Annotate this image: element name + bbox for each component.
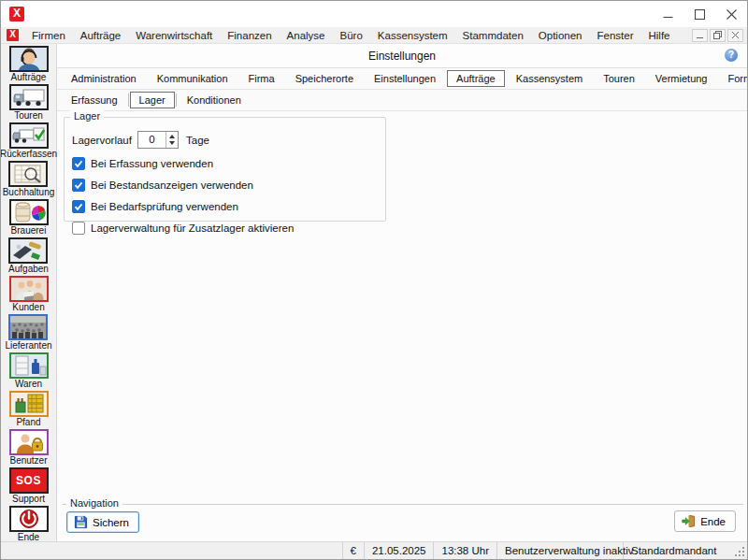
tab-vermietung[interactable]: Vermietung bbox=[646, 70, 717, 87]
tab-separator bbox=[128, 93, 129, 107]
window-minimize-button[interactable] bbox=[652, 3, 683, 25]
tab-administration[interactable]: Administration bbox=[62, 70, 146, 87]
statusbar-mandant: Standardmandant bbox=[624, 542, 734, 559]
menu-finanzen[interactable]: Finanzen bbox=[220, 27, 279, 44]
save-button-label: Sichern bbox=[93, 517, 129, 528]
sidebar-item-pfand[interactable]: Pfand bbox=[9, 391, 49, 428]
menu-auftraege[interactable]: Aufträge bbox=[73, 27, 128, 44]
window-maximize-button[interactable] bbox=[683, 3, 715, 25]
statusbar-empty-panel bbox=[1, 542, 343, 559]
tab-kassensystem[interactable]: Kassensystem bbox=[507, 70, 593, 87]
checkbox-bei-bedarfspruefung[interactable]: Bei Bedarfsprüfung verwenden bbox=[72, 200, 385, 213]
tab-auftraege[interactable]: Aufträge bbox=[447, 70, 505, 87]
title-bar: X bbox=[1, 1, 747, 27]
checkbox-bei-bestandsanzeigen[interactable]: Bei Bestandsanzeigen verwenden bbox=[72, 179, 385, 192]
checkbox-icon bbox=[72, 200, 85, 213]
tab-lager[interactable]: Lager bbox=[130, 92, 175, 108]
mdi-child-icon[interactable]: X bbox=[7, 29, 19, 41]
tools-icon bbox=[10, 239, 46, 262]
sidebar-item-benutzer[interactable]: Benutzer bbox=[9, 429, 49, 467]
window-close-button[interactable] bbox=[715, 3, 747, 25]
menu-optionen[interactable]: Optionen bbox=[531, 27, 590, 44]
sidebar-item-brauerei[interactable]: Brauerei bbox=[9, 199, 49, 237]
lagervorlauf-value[interactable]: 0 bbox=[138, 132, 165, 148]
sidebar-item-auftraege[interactable]: Aufträge bbox=[9, 46, 49, 83]
tab-erfassung[interactable]: Erfassung bbox=[62, 92, 127, 108]
tab-formulare[interactable]: Formulare bbox=[719, 70, 748, 87]
tab-firma[interactable]: Firma bbox=[239, 70, 284, 87]
tab-konditionen[interactable]: Konditionen bbox=[178, 92, 251, 108]
sidebar-item-lieferanten[interactable]: Lieferanten bbox=[5, 314, 51, 352]
mdi-restore-icon bbox=[713, 31, 722, 39]
sidebar: Aufträge Touren bbox=[1, 44, 57, 541]
sidebar-item-rueckerfassen[interactable]: Rückerfassen bbox=[0, 122, 57, 160]
sidebar-item-waren[interactable]: Waren bbox=[9, 352, 49, 390]
tab-einstellungen[interactable]: Einstellungen bbox=[365, 70, 445, 87]
sidebar-item-kunden[interactable]: Kunden bbox=[9, 276, 49, 313]
truck-icon bbox=[11, 86, 47, 108]
sidebar-item-aufgaben[interactable]: Aufgaben bbox=[8, 237, 49, 275]
save-button[interactable]: Sichern bbox=[66, 511, 139, 533]
menu-stammdaten[interactable]: Stammdaten bbox=[455, 27, 531, 44]
mdi-close-button[interactable] bbox=[727, 29, 743, 42]
save-floppy-icon bbox=[74, 515, 88, 529]
power-icon bbox=[18, 508, 40, 530]
tab-touren[interactable]: Touren bbox=[594, 70, 644, 87]
help-icon[interactable]: ? bbox=[725, 49, 738, 62]
tab-kommunikation[interactable]: Kommunikation bbox=[148, 70, 237, 87]
secondary-tab-bar: Erfassung Lager Konditionen bbox=[57, 90, 747, 111]
tab-speicherorte[interactable]: Speicherorte bbox=[286, 70, 363, 87]
menu-warenwirtschaft[interactable]: Warenwirtschaft bbox=[128, 27, 220, 44]
statusbar-time: 13:38 Uhr bbox=[434, 542, 497, 559]
close-icon bbox=[726, 9, 737, 20]
menu-buero[interactable]: Büro bbox=[333, 27, 370, 44]
maximize-icon bbox=[695, 9, 705, 20]
menu-analyse[interactable]: Analyse bbox=[280, 27, 333, 44]
sheet-magnifier-icon bbox=[10, 163, 46, 185]
resize-grip[interactable] bbox=[734, 542, 747, 559]
sidebar-item-ende[interactable]: Ende bbox=[9, 506, 49, 543]
truck-check-icon bbox=[11, 124, 47, 147]
checkbox-icon bbox=[72, 179, 85, 192]
menu-kassensystem[interactable]: Kassensystem bbox=[370, 27, 455, 44]
end-button[interactable]: Ende bbox=[674, 510, 736, 532]
lagervorlauf-spinner[interactable]: 0 bbox=[137, 131, 179, 149]
app-logo-icon: X bbox=[9, 7, 24, 22]
statusbar-date: 21.05.2025 bbox=[365, 542, 435, 559]
crowd-photo-icon bbox=[10, 316, 46, 338]
sidebar-item-touren[interactable]: Touren bbox=[9, 84, 49, 122]
checkbox-lagerverwaltung-zusatzlager[interactable]: Lagerverwaltung für Zusatzlager aktivier… bbox=[72, 222, 385, 235]
statusbar-currency: € bbox=[343, 542, 365, 559]
lagervorlauf-unit-label: Tage bbox=[186, 135, 209, 146]
menu-fenster[interactable]: Fenster bbox=[589, 27, 640, 44]
primary-tab-bar: Administration Kommunikation Firma Speic… bbox=[57, 68, 747, 90]
checkbox-icon bbox=[72, 222, 85, 235]
page-title: Einstellungen bbox=[368, 50, 436, 63]
main-panel: Einstellungen ? Administration Kommunika… bbox=[57, 44, 747, 541]
people-photo-icon bbox=[11, 278, 47, 300]
crates-icon bbox=[11, 393, 47, 415]
fridge-bottles-icon bbox=[11, 354, 47, 377]
tab-separator bbox=[176, 93, 177, 107]
menu-firmen[interactable]: Firmen bbox=[24, 27, 73, 44]
checkbox-bei-erfassung[interactable]: Bei Erfassung verwenden bbox=[72, 157, 385, 170]
checkbox-icon bbox=[72, 157, 85, 170]
app-window: X X Firmen Aufträge Warenwirtschaft Fina… bbox=[0, 0, 748, 560]
minimize-icon bbox=[663, 9, 673, 20]
spinner-down-button[interactable] bbox=[166, 140, 178, 149]
sidebar-item-buchhaltung[interactable]: Buchhaltung bbox=[3, 161, 55, 198]
tab-content: Lager Lagervorlauf 0 Tage bbox=[57, 111, 747, 504]
status-bar: € 21.05.2025 13:38 Uhr Benutzerverwaltun… bbox=[1, 541, 747, 559]
end-button-label: Ende bbox=[700, 516, 726, 527]
mdi-restore-button[interactable] bbox=[710, 29, 726, 42]
statusbar-user-management: Benutzerverwaltung inaktiv bbox=[497, 542, 624, 559]
groupbox-legend: Lager bbox=[70, 110, 104, 122]
mdi-minimize-button[interactable] bbox=[692, 29, 708, 42]
headset-person-icon bbox=[11, 48, 47, 70]
sidebar-item-support[interactable]: SOS Support bbox=[9, 467, 49, 505]
mdi-close-icon bbox=[731, 31, 740, 39]
keg-colorwheel-icon bbox=[11, 201, 47, 223]
spinner-up-button[interactable] bbox=[166, 132, 178, 140]
exit-door-icon bbox=[682, 514, 696, 528]
menu-hilfe[interactable]: Hilfe bbox=[640, 27, 677, 44]
